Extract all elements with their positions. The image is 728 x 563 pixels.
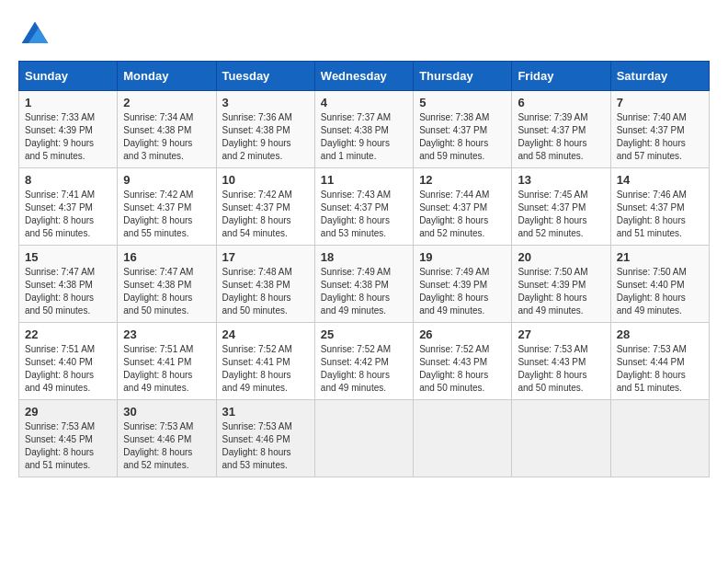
day-info: Sunrise: 7:47 AM Sunset: 4:38 PM Dayligh… — [123, 266, 210, 317]
day-info: Sunrise: 7:51 AM Sunset: 4:40 PM Dayligh… — [25, 343, 111, 395]
day-number: 21 — [617, 250, 703, 264]
calendar-cell: 27 Sunrise: 7:53 AM Sunset: 4:43 PM Dayl… — [512, 323, 610, 400]
calendar-cell: 11 Sunrise: 7:43 AM Sunset: 4:37 PM Dayl… — [314, 168, 413, 246]
day-number: 29 — [25, 405, 111, 419]
day-number: 9 — [123, 173, 210, 187]
calendar-cell: 17 Sunrise: 7:48 AM Sunset: 4:38 PM Dayl… — [216, 246, 314, 323]
calendar-cell: 23 Sunrise: 7:51 AM Sunset: 4:41 PM Dayl… — [118, 323, 216, 400]
day-info: Sunrise: 7:39 AM Sunset: 4:37 PM Dayligh… — [518, 111, 604, 163]
day-info: Sunrise: 7:43 AM Sunset: 4:37 PM Dayligh… — [321, 189, 407, 240]
day-info: Sunrise: 7:46 AM Sunset: 4:37 PM Dayligh… — [617, 189, 703, 240]
col-header-sunday: Sunday — [19, 62, 118, 91]
day-info: Sunrise: 7:41 AM Sunset: 4:37 PM Dayligh… — [25, 189, 111, 240]
day-number: 26 — [419, 327, 506, 341]
day-number: 23 — [123, 327, 210, 341]
calendar-cell: 6 Sunrise: 7:39 AM Sunset: 4:37 PM Dayli… — [512, 91, 610, 168]
day-info: Sunrise: 7:50 AM Sunset: 4:39 PM Dayligh… — [518, 266, 604, 317]
week-row-2: 8 Sunrise: 7:41 AM Sunset: 4:37 PM Dayli… — [19, 168, 710, 246]
calendar-cell — [512, 400, 610, 477]
day-info: Sunrise: 7:53 AM Sunset: 4:46 PM Dayligh… — [222, 420, 309, 472]
logo — [18, 18, 57, 52]
week-row-1: 1 Sunrise: 7:33 AM Sunset: 4:39 PM Dayli… — [19, 91, 710, 168]
day-number: 5 — [419, 96, 506, 109]
calendar-cell: 13 Sunrise: 7:45 AM Sunset: 4:37 PM Dayl… — [512, 168, 610, 246]
calendar-cell: 8 Sunrise: 7:41 AM Sunset: 4:37 PM Dayli… — [19, 168, 118, 246]
week-row-5: 29 Sunrise: 7:53 AM Sunset: 4:45 PM Dayl… — [19, 400, 710, 477]
calendar-cell: 7 Sunrise: 7:40 AM Sunset: 4:37 PM Dayli… — [610, 91, 709, 168]
day-number: 24 — [222, 327, 309, 341]
day-info: Sunrise: 7:49 AM Sunset: 4:39 PM Dayligh… — [419, 266, 506, 317]
calendar-cell: 3 Sunrise: 7:36 AM Sunset: 4:38 PM Dayli… — [216, 91, 314, 168]
day-number: 22 — [25, 327, 111, 341]
day-info: Sunrise: 7:52 AM Sunset: 4:42 PM Dayligh… — [321, 343, 407, 395]
day-number: 3 — [222, 96, 309, 109]
day-number: 4 — [321, 96, 407, 109]
day-number: 14 — [617, 173, 703, 187]
col-header-tuesday: Tuesday — [216, 62, 314, 91]
day-info: Sunrise: 7:37 AM Sunset: 4:38 PM Dayligh… — [321, 111, 407, 163]
day-number: 13 — [518, 173, 604, 187]
calendar-cell: 26 Sunrise: 7:52 AM Sunset: 4:43 PM Dayl… — [414, 323, 512, 400]
calendar-cell: 14 Sunrise: 7:46 AM Sunset: 4:37 PM Dayl… — [610, 168, 709, 246]
day-info: Sunrise: 7:52 AM Sunset: 4:43 PM Dayligh… — [419, 343, 506, 395]
calendar-cell: 29 Sunrise: 7:53 AM Sunset: 4:45 PM Dayl… — [19, 400, 118, 477]
calendar-cell: 18 Sunrise: 7:49 AM Sunset: 4:38 PM Dayl… — [314, 246, 413, 323]
calendar-cell: 24 Sunrise: 7:52 AM Sunset: 4:41 PM Dayl… — [216, 323, 314, 400]
col-header-monday: Monday — [118, 62, 216, 91]
day-info: Sunrise: 7:34 AM Sunset: 4:38 PM Dayligh… — [123, 111, 210, 163]
day-info: Sunrise: 7:51 AM Sunset: 4:41 PM Dayligh… — [123, 343, 210, 395]
calendar-cell: 9 Sunrise: 7:42 AM Sunset: 4:37 PM Dayli… — [118, 168, 216, 246]
week-row-3: 15 Sunrise: 7:47 AM Sunset: 4:38 PM Dayl… — [19, 246, 710, 323]
day-info: Sunrise: 7:40 AM Sunset: 4:37 PM Dayligh… — [617, 111, 703, 163]
day-info: Sunrise: 7:44 AM Sunset: 4:37 PM Dayligh… — [419, 189, 506, 240]
calendar-cell: 15 Sunrise: 7:47 AM Sunset: 4:38 PM Dayl… — [19, 246, 118, 323]
calendar-cell: 30 Sunrise: 7:53 AM Sunset: 4:46 PM Dayl… — [118, 400, 216, 477]
calendar-cell — [314, 400, 413, 477]
day-number: 25 — [321, 327, 407, 341]
calendar-cell — [610, 400, 709, 477]
day-info: Sunrise: 7:50 AM Sunset: 4:40 PM Dayligh… — [617, 266, 703, 317]
day-number: 31 — [222, 405, 309, 419]
day-info: Sunrise: 7:53 AM Sunset: 4:43 PM Dayligh… — [518, 343, 604, 395]
day-info: Sunrise: 7:53 AM Sunset: 4:46 PM Dayligh… — [123, 420, 210, 472]
calendar-cell: 10 Sunrise: 7:42 AM Sunset: 4:37 PM Dayl… — [216, 168, 314, 246]
calendar-cell: 5 Sunrise: 7:38 AM Sunset: 4:37 PM Dayli… — [414, 91, 512, 168]
calendar-cell: 22 Sunrise: 7:51 AM Sunset: 4:40 PM Dayl… — [19, 323, 118, 400]
calendar-table: SundayMondayTuesdayWednesdayThursdayFrid… — [18, 61, 710, 477]
day-info: Sunrise: 7:36 AM Sunset: 4:38 PM Dayligh… — [222, 111, 309, 163]
day-info: Sunrise: 7:47 AM Sunset: 4:38 PM Dayligh… — [25, 266, 111, 317]
page-header — [18, 18, 710, 52]
col-header-thursday: Thursday — [414, 62, 512, 91]
day-info: Sunrise: 7:38 AM Sunset: 4:37 PM Dayligh… — [419, 111, 506, 163]
calendar-cell: 12 Sunrise: 7:44 AM Sunset: 4:37 PM Dayl… — [414, 168, 512, 246]
day-info: Sunrise: 7:33 AM Sunset: 4:39 PM Dayligh… — [25, 111, 111, 163]
day-number: 27 — [518, 327, 604, 341]
col-header-wednesday: Wednesday — [314, 62, 413, 91]
day-number: 30 — [123, 405, 210, 419]
calendar-cell: 28 Sunrise: 7:53 AM Sunset: 4:44 PM Dayl… — [610, 323, 709, 400]
calendar-cell: 25 Sunrise: 7:52 AM Sunset: 4:42 PM Dayl… — [314, 323, 413, 400]
calendar-cell: 2 Sunrise: 7:34 AM Sunset: 4:38 PM Dayli… — [118, 91, 216, 168]
day-number: 18 — [321, 250, 407, 264]
day-number: 7 — [617, 96, 703, 109]
day-number: 11 — [321, 173, 407, 187]
calendar-cell: 4 Sunrise: 7:37 AM Sunset: 4:38 PM Dayli… — [314, 91, 413, 168]
day-number: 1 — [25, 96, 111, 109]
col-header-saturday: Saturday — [610, 62, 709, 91]
calendar-cell: 1 Sunrise: 7:33 AM Sunset: 4:39 PM Dayli… — [19, 91, 118, 168]
day-number: 15 — [25, 250, 111, 264]
day-number: 10 — [222, 173, 309, 187]
day-info: Sunrise: 7:42 AM Sunset: 4:37 PM Dayligh… — [123, 189, 210, 240]
day-number: 8 — [25, 173, 111, 187]
day-number: 16 — [123, 250, 210, 264]
day-info: Sunrise: 7:49 AM Sunset: 4:38 PM Dayligh… — [321, 266, 407, 317]
day-number: 2 — [123, 96, 210, 109]
day-number: 12 — [419, 173, 506, 187]
day-number: 17 — [222, 250, 309, 264]
day-number: 6 — [518, 96, 604, 109]
day-info: Sunrise: 7:53 AM Sunset: 4:44 PM Dayligh… — [617, 343, 703, 395]
day-info: Sunrise: 7:45 AM Sunset: 4:37 PM Dayligh… — [518, 189, 604, 240]
week-row-4: 22 Sunrise: 7:51 AM Sunset: 4:40 PM Dayl… — [19, 323, 710, 400]
calendar-cell — [414, 400, 512, 477]
col-header-friday: Friday — [512, 62, 610, 91]
